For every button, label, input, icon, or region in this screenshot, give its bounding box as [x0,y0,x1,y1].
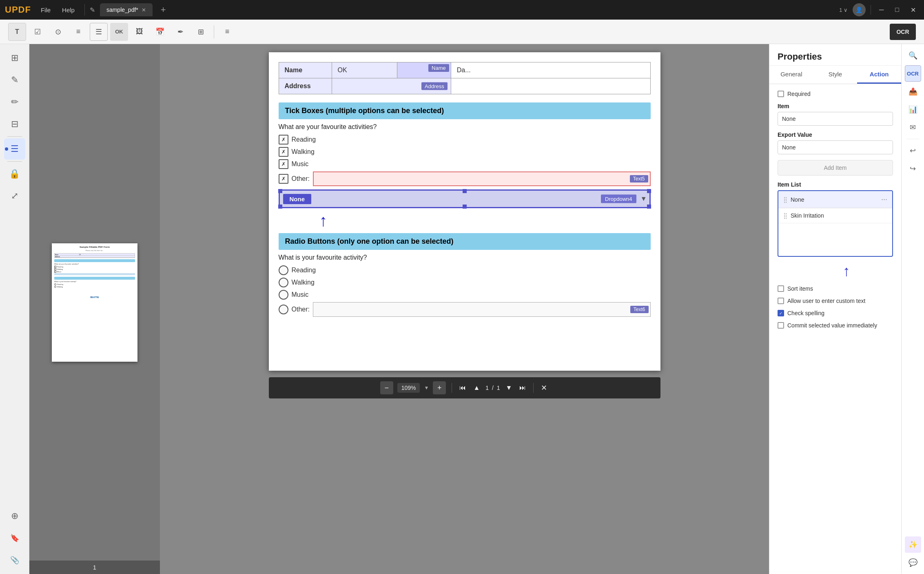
tab-style[interactable]: Style [813,66,858,84]
sidebar-item-organize[interactable]: ⊟ [4,113,25,135]
radio-buttons-header: Radio Buttons (only one option can be se… [279,233,651,250]
checkbox-walking[interactable]: ✗ [279,147,288,157]
tool-combobox[interactable]: ☰ [90,23,108,41]
sidebar-item-pages[interactable]: ⊞ [4,47,25,69]
zoom-close-button[interactable]: ✕ [539,382,549,394]
sidebar-item-attachment[interactable]: 📎 [4,550,25,571]
tool-radio[interactable]: ⊙ [49,23,67,41]
upload-icon[interactable]: 📤 [905,83,921,100]
form-table: Name OK Name Da... Address Address [279,62,651,94]
tool-align[interactable]: ≡ [218,23,236,41]
check-spelling-row[interactable]: ✓ Check spelling [778,310,893,316]
radio-icon-walking[interactable] [279,278,288,287]
item-list-item-none[interactable]: ⣿ None ··· [778,191,892,208]
tab-add-button[interactable]: + [157,4,169,15]
commit-row[interactable]: Commit selected value immediately [778,322,893,329]
form-field-address[interactable]: Address [332,78,451,94]
sidebar-item-edit[interactable]: ✏ [4,91,25,113]
sidebar-item-forms[interactable]: ☰ [4,138,25,160]
tool-checkbox[interactable]: ☑ [29,23,47,41]
tab-active[interactable]: sample_pdf* ✕ [100,3,153,16]
check-spelling-checkbox[interactable]: ✓ [778,310,784,316]
item-none-text: None [791,196,881,203]
radio-reading[interactable]: Reading [279,265,651,275]
item-input[interactable] [778,112,893,126]
allow-custom-label: Allow user to enter custom text [787,298,865,304]
radio-icon-music[interactable] [279,290,288,300]
sort-items-checkbox[interactable] [778,285,784,292]
pdf-viewer[interactable]: Name OK Name Da... Address Address [160,44,769,574]
email-icon[interactable]: ✉ [905,119,921,136]
tool-grid[interactable]: ⊞ [192,23,210,41]
radio-walking[interactable]: Walking [279,278,651,287]
form-address-extra [451,78,650,94]
tool-listbox[interactable]: ≡ [69,23,87,41]
nav-first-button[interactable]: ⏮ [458,383,468,393]
tick-boxes-question: What are your favourite activities? [279,123,651,131]
tab-general[interactable]: General [769,66,813,84]
nav-prev-button[interactable]: ▲ [472,383,481,393]
menu-file[interactable]: File [36,5,55,15]
zoom-plus-button[interactable]: + [433,381,446,394]
tool-signature[interactable]: ✒ [171,23,189,41]
ai-icon[interactable]: ✨ [905,536,921,553]
tool-date[interactable]: 📅 [151,23,169,41]
export-value-section: Export Value [778,131,893,154]
tool-image[interactable]: 🖼 [131,23,148,41]
tab-action[interactable]: Action [857,66,901,84]
zoom-dropdown-icon[interactable]: ▼ [424,385,429,391]
text-field-radio-other[interactable]: Text6 [313,302,651,317]
tool-text-field[interactable]: T [8,23,26,41]
checkbox-reading[interactable]: ✗ [279,135,288,145]
sidebar-item-layers[interactable]: ⊕ [4,505,25,527]
zoom-minus-button[interactable]: − [380,381,393,394]
sidebar-item-convert[interactable]: ⤢ [4,185,25,207]
text-field-other[interactable]: Text5 [313,171,651,186]
search-icon[interactable]: 🔍 [905,47,921,64]
dropdown-wrapper[interactable]: None Dropdown4 ▼ [279,189,651,208]
tab-label: sample_pdf* [106,7,138,13]
radio-icon-other[interactable] [279,305,288,314]
user-avatar[interactable]: 👤 [853,3,866,16]
menu-help[interactable]: Help [57,5,80,15]
dropdown-arrow-icon[interactable]: ▼ [640,195,647,202]
radio-icon-reading[interactable] [279,265,288,275]
option-reading[interactable]: ✗ Reading [279,135,651,145]
properties-title: Properties [769,44,901,66]
undo-icon[interactable]: ↩ [905,142,921,159]
minimize-button[interactable]: ─ [876,4,887,15]
redo-icon[interactable]: ↪ [905,160,921,177]
maximize-button[interactable]: □ [892,4,902,15]
sidebar-item-protect[interactable]: 🔒 [4,163,25,185]
checkbox-other[interactable]: ✗ [279,174,288,184]
pdf-thumbnail[interactable]: Sample Fillable PDF Form Please use this… [52,243,137,362]
item-more-icon[interactable]: ··· [881,195,887,204]
allow-custom-checkbox[interactable] [778,298,784,304]
ocr-panel-icon[interactable]: OCR [905,65,921,82]
commit-checkbox[interactable] [778,322,784,329]
tool-ok-button[interactable]: OK [110,23,128,41]
sidebar-item-annotate[interactable]: ✎ [4,69,25,91]
close-button[interactable]: ✕ [907,4,919,16]
radio-music[interactable]: Music [279,290,651,300]
allow-custom-row[interactable]: Allow user to enter custom text [778,298,893,304]
option-walking[interactable]: ✗ Walking [279,147,651,157]
ocr-button[interactable]: OCR [890,24,916,40]
required-checkbox[interactable] [778,91,784,97]
arrow-annotation: ↑ [319,211,651,230]
option-music[interactable]: ✗ Music [279,159,651,169]
form-label-name: Name [279,62,332,78]
form-field-name[interactable]: OK [332,62,397,78]
tab-close-icon[interactable]: ✕ [142,7,146,13]
export-value-input[interactable] [778,140,893,154]
add-item-button[interactable]: Add Item [778,160,893,176]
sidebar-item-bookmark[interactable]: 🔖 [4,527,25,549]
nav-next-button[interactable]: ▼ [504,383,514,393]
item-list-item-skin[interactable]: ⣿ Skin Irritation [778,208,892,223]
sort-items-row[interactable]: Sort items [778,285,893,292]
chat-icon[interactable]: 💬 [905,554,921,571]
required-row[interactable]: Required [778,91,893,97]
checkbox-music[interactable]: ✗ [279,159,288,169]
nav-last-button[interactable]: ⏭ [518,383,527,393]
export-icon[interactable]: 📊 [905,101,921,118]
